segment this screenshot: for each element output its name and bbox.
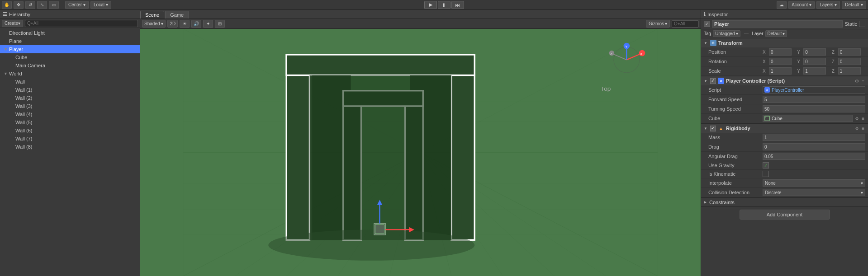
scene-search[interactable] xyxy=(672,20,699,28)
scale-z[interactable] xyxy=(838,67,861,75)
pc-script-row: Script # PlayerController xyxy=(701,85,868,95)
hierarchy-search[interactable] xyxy=(25,20,138,27)
rb-interpolate-dropdown[interactable]: None ▾ xyxy=(763,179,865,187)
object-enabled-checkbox[interactable]: ✓ xyxy=(704,21,710,27)
svg-rect-20 xyxy=(451,55,474,240)
rigidbody-header[interactable]: ▼ ✓ ▲ Rigidbody ⚙ ≡ xyxy=(701,124,868,133)
pivot-center-btn[interactable]: Center ▾ xyxy=(65,1,89,9)
hierarchy-item-wall[interactable]: Wall xyxy=(0,78,140,86)
hierarchy-item-wall-6[interactable]: Wall (6) xyxy=(0,126,140,135)
pc-cube-row: Cube ⬛ Cube ⚙ ≡ xyxy=(701,114,868,123)
hierarchy-item-player[interactable]: ▼ Player xyxy=(0,45,140,53)
rb-drag-label: Drag xyxy=(708,144,763,150)
rb-mass-input[interactable] xyxy=(763,134,865,141)
effects-icon-btn[interactable]: ✦ xyxy=(203,20,213,28)
tag-dropdown[interactable]: Untagged ▾ xyxy=(713,30,740,37)
rect-tool-btn[interactable]: ▭ xyxy=(49,1,59,9)
hierarchy-item-world[interactable]: ▼ World xyxy=(0,70,140,78)
add-component-button[interactable]: Add Component xyxy=(740,210,830,220)
pc-cube-settings[interactable]: ⚙ xyxy=(854,116,860,121)
scale-y[interactable] xyxy=(803,67,826,75)
pc-menu-btn[interactable]: ≡ xyxy=(861,79,865,84)
rotation-y[interactable] xyxy=(803,58,826,65)
hierarchy-item-wall-3[interactable]: Wall (3) xyxy=(0,102,140,110)
center-panels: Scene Game Shaded ▾ 2D ☀ 🔊 ✦ ⊞ Gizmos ▾ xyxy=(140,10,701,276)
rb-angular-drag-input[interactable] xyxy=(763,153,865,160)
hierarchy-create-btn[interactable]: Create ▾ xyxy=(2,20,23,27)
scene-view[interactable]: X Y Z Top xyxy=(140,29,701,276)
object-name-input[interactable] xyxy=(712,20,843,28)
constraints-section[interactable]: ▶ Constraints xyxy=(701,198,868,207)
shaded-label: Shaded xyxy=(144,21,160,26)
rb-collision-detection-dropdown[interactable]: Discrete ▾ xyxy=(763,189,865,196)
rb-settings-btn[interactable]: ⚙ xyxy=(854,126,860,131)
rotation-z[interactable] xyxy=(838,58,861,65)
position-z[interactable] xyxy=(838,48,861,56)
pc-cube-menu[interactable]: ≡ xyxy=(861,116,865,121)
hand-tool-btn[interactable]: ✋ xyxy=(2,1,12,9)
position-y[interactable] xyxy=(803,48,826,56)
shaded-dropdown[interactable]: Shaded ▾ xyxy=(142,20,166,28)
pc-turning-speed-input[interactable] xyxy=(763,105,865,112)
gizmos-btn[interactable]: Gizmos ▾ xyxy=(646,20,670,28)
rotate-tool-btn[interactable]: ↺ xyxy=(25,1,35,9)
audio-icon-btn[interactable]: 🔊 xyxy=(191,20,201,28)
inspector-icon: ℹ xyxy=(704,11,706,17)
hierarchy-item-plane[interactable]: Plane xyxy=(0,37,140,45)
hidden-icon-btn[interactable]: ⊞ xyxy=(215,20,225,28)
scene-svg: X Y Z Top xyxy=(140,29,701,276)
transform-rotation-row: Rotation X Y Z xyxy=(701,57,868,66)
transform-header[interactable]: ▼ ⊕ Transform xyxy=(701,38,868,47)
hierarchy-item-cube[interactable]: Cube xyxy=(0,53,140,61)
layers-label: Layers xyxy=(820,2,833,7)
step-button[interactable]: ⏭ xyxy=(451,1,464,9)
move-tool-btn[interactable]: ✥ xyxy=(14,1,24,9)
hierarchy-item-wall-8[interactable]: Wall (8) xyxy=(0,143,140,151)
cloud-button[interactable]: ☁ xyxy=(777,1,787,9)
hierarchy-item-wall-7[interactable]: Wall (7) xyxy=(0,135,140,143)
light-icon-btn[interactable]: ☀ xyxy=(180,20,190,28)
constraints-title: Constraints xyxy=(709,200,735,205)
hierarchy-item-main-camera[interactable]: Main Camera xyxy=(0,61,140,70)
rb-collision-detection-label: Collision Detection xyxy=(708,190,763,195)
rb-is-kinematic-label: Is Kinematic xyxy=(708,171,763,177)
hierarchy-item-wall-1[interactable]: Wall (1) xyxy=(0,86,140,94)
pc-settings-btn[interactable]: ⚙ xyxy=(854,79,860,84)
hierarchy-item-directional-light[interactable]: Directional Light xyxy=(0,29,140,37)
pivot-local-btn[interactable]: Local ▾ xyxy=(90,1,111,9)
rb-is-kinematic-checkbox[interactable] xyxy=(763,171,769,177)
tab-game[interactable]: Game xyxy=(165,11,189,19)
static-checkbox[interactable] xyxy=(859,21,865,27)
rb-drag-input[interactable] xyxy=(763,143,865,150)
tab-scene[interactable]: Scene xyxy=(140,11,164,19)
account-label: Account xyxy=(792,2,808,7)
2d-btn[interactable]: 2D xyxy=(167,20,178,28)
hierarchy-item-wall-5[interactable]: Wall (5) xyxy=(0,118,140,126)
scale-tool-btn[interactable]: ⤡ xyxy=(37,1,47,9)
account-dropdown[interactable]: Account ▾ xyxy=(788,1,815,9)
layer-dropdown[interactable]: Default ▾ xyxy=(765,30,787,37)
pc-script-field[interactable]: # PlayerController xyxy=(763,86,865,94)
default-dropdown[interactable]: Default ▾ xyxy=(842,1,866,9)
pc-forward-speed-input[interactable] xyxy=(763,96,865,103)
rigidbody-enabled[interactable]: ✓ xyxy=(710,126,716,131)
tag-label: Tag xyxy=(704,31,711,36)
player-controller-enabled[interactable]: ✓ xyxy=(710,78,716,84)
hierarchy-item-wall-4[interactable]: Wall (4) xyxy=(0,110,140,118)
player-controller-header[interactable]: ▼ ✓ # Player Controller (Script) ⚙ ≡ xyxy=(701,76,868,85)
pc-cube-field[interactable]: ⬛ Cube xyxy=(763,115,853,122)
rb-use-gravity-checkbox[interactable]: ✓ xyxy=(763,162,769,168)
play-button[interactable]: ▶ xyxy=(424,1,437,9)
shaded-arrow: ▾ xyxy=(161,21,163,26)
layer-value: Default xyxy=(768,31,782,36)
pause-button[interactable]: ⏸ xyxy=(438,1,451,9)
scale-x[interactable] xyxy=(769,67,792,75)
layers-dropdown[interactable]: Layers ▾ xyxy=(816,1,840,9)
rotation-x[interactable] xyxy=(769,58,792,65)
rb-mass-label: Mass xyxy=(708,135,763,140)
position-x[interactable] xyxy=(769,48,792,56)
transform-position-row: Position X Y Z xyxy=(701,47,868,57)
hierarchy-item-wall-2[interactable]: Wall (2) xyxy=(0,94,140,102)
rb-menu-btn[interactable]: ≡ xyxy=(861,126,865,131)
tab-scene-label: Scene xyxy=(145,12,159,18)
